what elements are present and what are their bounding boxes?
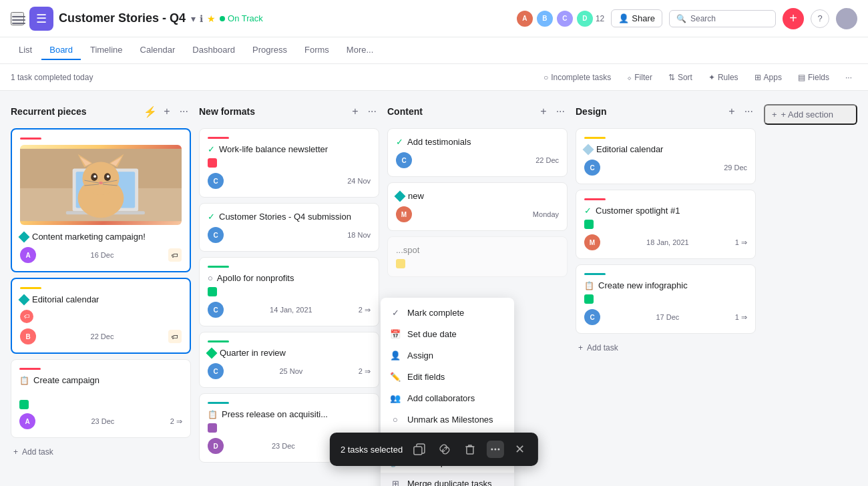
card-accent [584,273,606,275]
card-customer-stories-q4[interactable]: ✓ Customer Stories - Q4 submission C 18 … [199,203,379,252]
card-create-campaign[interactable]: 📋 Create campaign A 23 Dec 2 ⇒ [11,359,191,438]
context-merge-duplicate[interactable]: ⊞ Merge duplicate tasks [381,473,514,486]
context-edit-fields[interactable]: ✏️ Edit fields [381,366,514,387]
card-title-text: Add testimonials [407,137,471,147]
close-floating-bar-btn[interactable]: ✕ [512,439,527,459]
user-avatar[interactable] [836,8,857,29]
help-button[interactable]: ? [811,9,829,28]
topbar-left: ☰ Customer Stories - Q4 ▾ ℹ ★ On Track [11,7,510,31]
context-label: Edit fields [407,372,445,382]
sort-icon: ⇅ [668,73,675,82]
column-content: Content + ··· ✓ Add testimonials C 22 De… [387,101,568,475]
add-section-btn[interactable]: + + Add section [764,104,857,125]
tab-list[interactable]: List [11,41,40,60]
info-btn[interactable]: ℹ [200,13,203,24]
card-date: 22 Dec [535,156,559,164]
sort-btn[interactable]: ⇅ Sort [663,70,698,85]
svg-rect-24 [414,447,422,455]
card-title: ✓ Customer spotlight #1 [584,206,747,216]
fields-icon: ▤ [798,73,805,82]
col-options-recurrent-btn[interactable]: ··· [177,104,191,119]
card-new-monday[interactable]: new M Monday [387,182,568,231]
add-card-recurrent-btn[interactable]: + [161,104,172,119]
share-icon: 👤 [618,13,629,23]
col-options-design-btn[interactable]: ··· [742,104,756,119]
card-work-life-balance[interactable]: ✓ Work-life balance newsletter C 24 Nov [199,128,379,198]
filter-btn[interactable]: ⬦ Filter [622,70,658,85]
context-assign[interactable]: 👤 Assign [381,344,514,366]
card-title-text: Create campaign [33,375,99,385]
app-logo[interactable]: ☰ [29,7,53,31]
card-date: 18 Jan, 2021 [646,238,689,246]
hamburger-menu[interactable] [11,12,24,25]
tab-calendar[interactable]: Calendar [132,41,184,60]
add-card-new-formats-btn[interactable]: + [349,104,361,119]
add-card-content-btn[interactable]: + [537,104,549,119]
add-button[interactable]: + [783,8,804,29]
context-unmark-milestones[interactable]: ○ Unmark as Milestones [381,409,514,430]
tab-progress[interactable]: Progress [244,41,295,60]
star-btn[interactable]: ★ [207,13,216,24]
dropdown-btn[interactable]: ▾ [191,13,196,24]
col-options-new-formats-btn[interactable]: ··· [365,104,379,119]
card-accent [584,198,606,200]
card-title-text: Customer spotlight #1 [596,206,680,216]
card-title: Editorial calendar [20,294,182,304]
rules-btn[interactable]: ✦ Rules [703,70,744,85]
card-date: 14 Jan, 2021 [270,306,312,314]
card-meta: C 29 Dec [584,160,747,176]
tab-board[interactable]: Board [41,41,81,60]
card-customer-spotlight-1[interactable]: ✓ Customer spotlight #1 M 18 Jan, 2021 1… [576,190,756,259]
filter-icon: ○ [544,73,548,82]
context-mark-complete[interactable]: ✓ Mark complete [381,302,514,323]
card-title: ✓ Work-life balance newsletter [208,144,371,154]
card-meta: 🏷 [20,310,182,323]
status-badge[interactable]: On Track [220,13,263,23]
card-add-testimonials[interactable]: ✓ Add testimonials C 22 Dec [387,128,568,177]
more-actions-btn[interactable] [487,441,504,458]
card-title-text: Create new infographic [598,280,688,290]
copy-tasks-btn[interactable] [411,441,428,458]
apps-btn[interactable]: ⊞ Apps [749,70,787,85]
subtask-count: 1 ⇒ [735,238,747,247]
card-create-infographic[interactable]: 📋 Create new infographic C 17 Dec 1 ⇒ [576,264,756,334]
card-title-text: ...spot [396,245,419,255]
add-task-design-btn[interactable]: + Add task [576,339,756,356]
search-box[interactable]: 🔍 Search [669,10,776,27]
svg-rect-2 [12,23,25,24]
card-image-placeholder [20,145,182,225]
delete-tasks-btn[interactable] [461,441,479,458]
tab-forms[interactable]: Forms [296,41,337,60]
toolbar: 1 task completed today ○ Incomplete task… [0,64,868,91]
incomplete-tasks-btn[interactable]: ○ Incomplete tasks [538,70,616,85]
more-options-btn[interactable]: ··· [840,70,857,85]
tab-dashboard[interactable]: Dashboard [184,41,243,60]
card-title-text: Customer Stories - Q4 submission [219,212,351,222]
add-card-design-btn[interactable]: + [726,104,737,119]
context-add-collaborators[interactable]: 👥 Add collaborators [381,387,514,409]
link-tasks-btn[interactable] [436,441,453,458]
card-quarter-review[interactable]: Quarter in review C 25 Nov 2 ⇒ [199,332,379,388]
fields-btn[interactable]: ▤ Fields [793,70,835,85]
check-icon: ○ [208,273,213,283]
column-title-design: Design [576,106,722,117]
card-editorial-calendar-design[interactable]: Editorial calendar C 29 Dec [576,128,756,184]
subtask-count: 2 ⇒ [170,417,182,426]
col-options-content-btn[interactable]: ··· [554,104,568,119]
card-content-marketing[interactable]: Content marketing campaign! A 16 Dec 🏷 [11,128,191,272]
tab-timeline[interactable]: Timeline [82,41,131,60]
topbar-right: A B C D 12 👤 Share 🔍 Search + ? [515,8,857,29]
card-title: ○ Apollo for nonprofits [208,273,371,283]
svg-point-27 [495,449,497,451]
diamond-icon [395,190,406,202]
diamond-icon [583,144,594,155]
add-task-recurrent-btn[interactable]: + Add task [11,443,191,461]
card-apollo-nonprofits[interactable]: ○ Apollo for nonprofits C 14 Jan, 2021 2… [199,257,379,326]
card-title: ✓ Add testimonials [396,137,559,147]
tab-more[interactable]: More... [339,41,381,60]
card-meta: M 18 Jan, 2021 1 ⇒ [584,234,747,250]
context-set-due-date[interactable]: 📅 Set due date [381,323,514,344]
share-button[interactable]: 👤 Share [611,9,662,27]
card-customer-spotlight-content[interactable]: ...spot [387,236,568,277]
card-editorial-calendar-recurrent[interactable]: Editorial calendar 🏷 B 22 Dec 🏷 [11,278,191,354]
